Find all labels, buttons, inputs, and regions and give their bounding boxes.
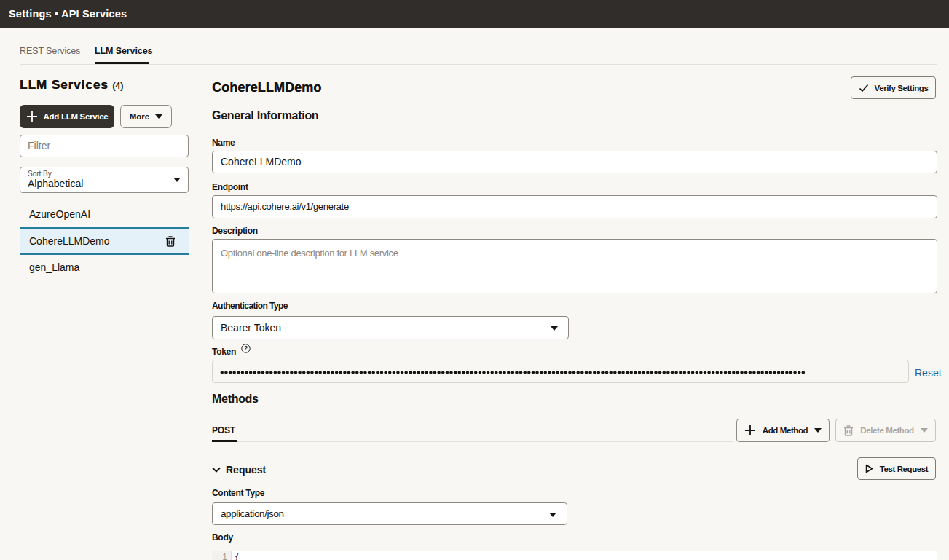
- svg-text:?: ?: [244, 344, 248, 352]
